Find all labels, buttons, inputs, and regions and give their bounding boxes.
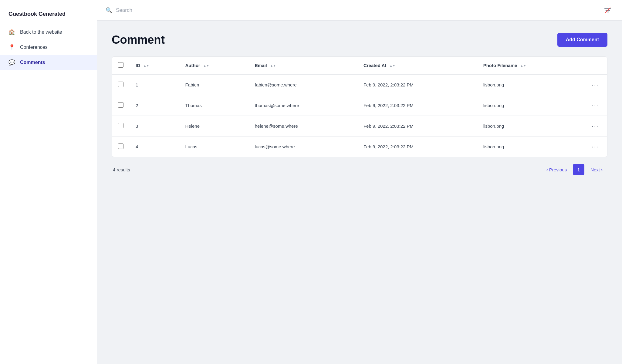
comments-table-container: ID ▲▼ Author ▲▼ Email ▲▼ Created At <box>112 56 607 157</box>
row-actions-button-2[interactable]: ··· <box>589 101 601 110</box>
page-header: Comment Add Comment <box>112 33 607 47</box>
select-all-checkbox[interactable] <box>118 62 123 68</box>
sort-email-icon[interactable]: ▲▼ <box>270 64 276 67</box>
col-actions <box>583 57 607 74</box>
cell-actions-3: ··· <box>583 116 607 136</box>
chevron-right-icon: › <box>601 167 603 172</box>
comments-icon: 💬 <box>8 59 15 66</box>
table-header: ID ▲▼ Author ▲▼ Email ▲▼ Created At <box>112 57 607 74</box>
table-row: 3 Helene helene@some.where Feb 9, 2022, … <box>112 116 607 136</box>
table-row: 4 Lucas lucas@some.where Feb 9, 2022, 2:… <box>112 136 607 157</box>
cell-id-2: 2 <box>130 95 179 116</box>
cell-author-1: Fabien <box>179 74 249 95</box>
row-checkbox-cell <box>112 116 130 136</box>
cell-author-3: Helene <box>179 116 249 136</box>
cell-created-at-2: Feb 9, 2022, 2:03:22 PM <box>357 95 477 116</box>
sort-id-icon[interactable]: ▲▼ <box>143 64 149 67</box>
header-select-all <box>112 57 130 74</box>
row-checkbox-cell <box>112 74 130 95</box>
cell-id-1: 1 <box>130 74 179 95</box>
cell-photo-1: lisbon.png <box>477 74 583 95</box>
sidebar-nav: 🏠 Back to the website 📍 Conferences 💬 Co… <box>0 25 97 70</box>
row-checkbox-3[interactable] <box>118 123 123 128</box>
cell-author-4: Lucas <box>179 136 249 157</box>
sidebar-item-comments[interactable]: 💬 Comments <box>0 55 97 70</box>
pagination: ‹ Previous 1 Next › <box>543 164 606 175</box>
add-comment-button[interactable]: Add Comment <box>557 33 607 47</box>
cell-email-3: helene@some.where <box>249 116 357 136</box>
sort-author-icon[interactable]: ▲▼ <box>203 64 209 67</box>
table-footer: 4 results ‹ Previous 1 Next › <box>112 157 607 177</box>
filter-icon-button[interactable] <box>602 5 614 16</box>
cell-created-at-4: Feb 9, 2022, 2:03:22 PM <box>357 136 477 157</box>
col-author: Author ▲▼ <box>179 57 249 74</box>
sidebar-item-back-to-website[interactable]: 🏠 Back to the website <box>0 25 97 40</box>
cell-actions-2: ··· <box>583 95 607 116</box>
row-actions-button-3[interactable]: ··· <box>589 121 601 131</box>
cell-created-at-3: Feb 9, 2022, 2:03:22 PM <box>357 116 477 136</box>
conferences-icon: 📍 <box>8 44 15 51</box>
sidebar: Guestbook Generated 🏠 Back to the websit… <box>0 0 97 364</box>
page-title: Comment <box>112 33 165 46</box>
sort-created-at-icon[interactable]: ▲▼ <box>389 64 395 67</box>
previous-button[interactable]: ‹ Previous <box>543 165 570 175</box>
col-created-at: Created At ▲▼ <box>357 57 477 74</box>
table-row: 1 Fabien fabien@some.where Feb 9, 2022, … <box>112 74 607 95</box>
cell-email-4: lucas@some.where <box>249 136 357 157</box>
cell-id-4: 4 <box>130 136 179 157</box>
content-area: Comment Add Comment ID ▲▼ Author <box>97 21 622 364</box>
main-content: 🔍 Comment Add Comment <box>97 0 622 364</box>
cell-author-2: Thomas <box>179 95 249 116</box>
cell-actions-1: ··· <box>583 74 607 95</box>
cell-email-2: thomas@some.where <box>249 95 357 116</box>
table-row: 2 Thomas thomas@some.where Feb 9, 2022, … <box>112 95 607 116</box>
cell-created-at-1: Feb 9, 2022, 2:03:22 PM <box>357 74 477 95</box>
cell-actions-4: ··· <box>583 136 607 157</box>
comments-table: ID ▲▼ Author ▲▼ Email ▲▼ Created At <box>112 57 607 157</box>
col-id: ID ▲▼ <box>130 57 179 74</box>
row-checkbox-4[interactable] <box>118 143 123 149</box>
search-input[interactable] <box>116 7 598 13</box>
cell-id-3: 3 <box>130 116 179 136</box>
row-checkbox-2[interactable] <box>118 102 123 108</box>
row-checkbox-1[interactable] <box>118 82 123 87</box>
sidebar-title: Guestbook Generated <box>0 6 97 25</box>
table-body: 1 Fabien fabien@some.where Feb 9, 2022, … <box>112 74 607 157</box>
cell-photo-3: lisbon.png <box>477 116 583 136</box>
sidebar-item-conferences[interactable]: 📍 Conferences <box>0 40 97 55</box>
sidebar-item-label-comments: Comments <box>20 60 45 65</box>
cell-photo-4: lisbon.png <box>477 136 583 157</box>
page-1-button[interactable]: 1 <box>573 164 584 175</box>
row-checkbox-cell <box>112 95 130 116</box>
results-count: 4 results <box>113 167 130 172</box>
sidebar-item-label-back-to-website: Back to the website <box>20 29 62 35</box>
chevron-left-icon: ‹ <box>546 167 548 172</box>
next-button[interactable]: Next › <box>587 165 606 175</box>
row-actions-button-1[interactable]: ··· <box>589 80 601 89</box>
sort-photo-icon[interactable]: ▲▼ <box>520 64 526 67</box>
cell-photo-2: lisbon.png <box>477 95 583 116</box>
col-photo-filename: Photo Filename ▲▼ <box>477 57 583 74</box>
search-icon: 🔍 <box>106 7 112 14</box>
back-to-website-icon: 🏠 <box>8 29 15 35</box>
row-actions-button-4[interactable]: ··· <box>589 142 601 151</box>
topbar: 🔍 <box>97 0 622 21</box>
row-checkbox-cell <box>112 136 130 157</box>
col-email: Email ▲▼ <box>249 57 357 74</box>
cell-email-1: fabien@some.where <box>249 74 357 95</box>
sidebar-item-label-conferences: Conferences <box>20 45 48 50</box>
